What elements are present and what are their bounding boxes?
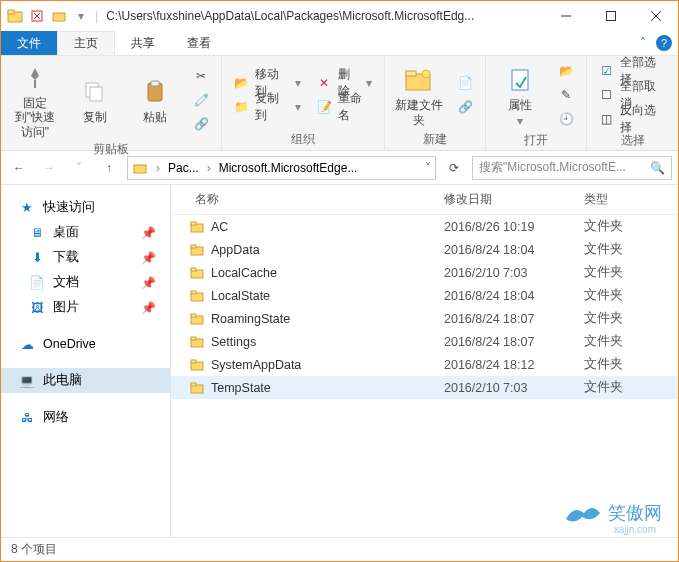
nav-desktop[interactable]: 🖥桌面📌: [1, 220, 170, 245]
search-box[interactable]: 搜索"Microsoft.MicrosoftE... 🔍: [472, 156, 672, 180]
qat-folder-icon[interactable]: [51, 8, 67, 24]
file-date: 2016/2/10 7:03: [444, 266, 584, 280]
maximize-button[interactable]: [588, 1, 633, 31]
newitem-icon: 📄: [457, 75, 473, 91]
properties-button[interactable]: 属性▾: [494, 62, 546, 129]
chevron-right-icon[interactable]: ›: [205, 161, 213, 175]
table-row[interactable]: AppData2016/8/24 18:04文件夹: [171, 238, 678, 261]
file-type: 文件夹: [584, 264, 674, 281]
close-button[interactable]: [633, 1, 678, 31]
search-icon[interactable]: 🔍: [650, 161, 665, 175]
file-list: 名称 修改日期 类型 AC2016/8/26 10:19文件夹AppData20…: [171, 185, 678, 537]
table-row[interactable]: RoamingState2016/8/24 18:07文件夹: [171, 307, 678, 330]
pin-icon: [19, 62, 51, 94]
table-row[interactable]: SystemAppData2016/8/24 18:12文件夹: [171, 353, 678, 376]
file-name: SystemAppData: [211, 358, 444, 372]
forward-button[interactable]: →: [37, 156, 61, 180]
svg-rect-25: [191, 314, 196, 317]
refresh-button[interactable]: ⟳: [442, 156, 466, 180]
file-date: 2016/8/24 18:12: [444, 358, 584, 372]
open-button[interactable]: 📂: [554, 60, 578, 82]
network-icon: 🖧: [19, 410, 35, 426]
svg-rect-23: [191, 291, 196, 294]
breadcrumb[interactable]: › Pac... › Microsoft.MicrosoftEdge... ˅: [127, 156, 436, 180]
folder-icon: [189, 242, 205, 258]
window-title: C:\Users\fuxshine\AppData\Local\Packages…: [98, 9, 543, 23]
nav-quickaccess[interactable]: ★快速访问: [1, 195, 170, 220]
back-button[interactable]: ←: [7, 156, 31, 180]
table-row[interactable]: AC2016/8/26 10:19文件夹: [171, 215, 678, 238]
collapse-ribbon-icon[interactable]: ˄: [640, 36, 646, 50]
copyto-icon: 📁: [234, 99, 249, 115]
chevron-right-icon[interactable]: ›: [154, 161, 162, 175]
nav-onedrive[interactable]: ☁OneDrive: [1, 332, 170, 356]
up-button[interactable]: ↑: [97, 156, 121, 180]
tab-home[interactable]: 主页: [57, 31, 115, 55]
moveto-icon: 📂: [234, 75, 249, 91]
svg-rect-3: [53, 13, 65, 21]
crumb-packages[interactable]: Pac...: [168, 161, 199, 175]
nav-pictures[interactable]: 🖼图片📌: [1, 295, 170, 320]
crumb-edge[interactable]: Microsoft.MicrosoftEdge...: [219, 161, 358, 175]
group-open: 属性▾ 📂 ✎ 🕘 打开: [486, 56, 587, 150]
col-name[interactable]: 名称: [175, 191, 444, 208]
svg-rect-29: [191, 360, 196, 363]
pin-icon: 📌: [141, 251, 156, 265]
shortcut-icon: 🔗: [193, 116, 209, 132]
properties-icon[interactable]: [29, 8, 45, 24]
qat-dropdown-icon[interactable]: ▾: [73, 8, 89, 24]
cut-button[interactable]: ✂: [189, 65, 213, 87]
svg-rect-1: [8, 10, 14, 14]
rename-icon: 📝: [317, 99, 332, 115]
address-dropdown-icon[interactable]: ˅: [425, 161, 431, 175]
tab-share[interactable]: 共享: [115, 31, 171, 55]
folder-icon: [189, 380, 205, 396]
nav-network[interactable]: 🖧网络: [1, 405, 170, 430]
selectall-icon: ☑: [599, 63, 614, 79]
pin-quickaccess-button[interactable]: 固定到"快速访问": [9, 60, 61, 139]
nav-downloads[interactable]: ⬇下载📌: [1, 245, 170, 270]
minimize-button[interactable]: [543, 1, 588, 31]
pc-icon: 💻: [19, 373, 35, 389]
copy-path-button[interactable]: 🧷: [189, 89, 213, 111]
history-button[interactable]: 🕘: [554, 108, 578, 130]
new-item-button[interactable]: 📄: [453, 72, 477, 94]
nav-thispc[interactable]: 💻此电脑: [1, 368, 170, 393]
table-row[interactable]: Settings2016/8/24 18:07文件夹: [171, 330, 678, 353]
invert-icon: ◫: [599, 111, 614, 127]
address-bar: ← → ˅ ↑ › Pac... › Microsoft.MicrosoftEd…: [1, 151, 678, 185]
file-type: 文件夹: [584, 218, 674, 235]
paste-shortcut-button[interactable]: 🔗: [189, 113, 213, 135]
file-name: LocalCache: [211, 266, 444, 280]
folder-icon: [189, 357, 205, 373]
col-type[interactable]: 类型: [584, 191, 674, 208]
file-type: 文件夹: [584, 310, 674, 327]
column-headers[interactable]: 名称 修改日期 类型: [171, 185, 678, 215]
paste-button[interactable]: 粘贴: [129, 74, 181, 124]
file-name: TempState: [211, 381, 444, 395]
delete-icon: ✕: [317, 75, 332, 91]
tab-file[interactable]: 文件: [1, 31, 57, 55]
edit-button[interactable]: ✎: [554, 84, 578, 106]
col-modified[interactable]: 修改日期: [444, 191, 584, 208]
help-icon[interactable]: ?: [656, 35, 672, 51]
cut-icon: ✂: [193, 68, 209, 84]
nav-documents[interactable]: 📄文档📌: [1, 270, 170, 295]
table-row[interactable]: LocalCache2016/2/10 7:03文件夹: [171, 261, 678, 284]
easy-access-button[interactable]: 🔗: [453, 96, 477, 118]
new-folder-button[interactable]: 新建文件夹: [393, 62, 445, 127]
document-icon: 📄: [29, 275, 45, 291]
copy-button[interactable]: 复制: [69, 74, 121, 124]
picture-icon: 🖼: [29, 300, 45, 316]
rename-button[interactable]: 📝重命名: [313, 96, 376, 118]
invert-selection-button[interactable]: ◫反向选择: [595, 108, 670, 130]
recent-button[interactable]: ˅: [67, 156, 91, 180]
table-row[interactable]: LocalState2016/8/24 18:04文件夹: [171, 284, 678, 307]
pin-icon: 📌: [141, 276, 156, 290]
table-row[interactable]: TempState2016/2/10 7:03文件夹: [171, 376, 678, 399]
copy-icon: [79, 76, 111, 108]
cloud-icon: ☁: [19, 336, 35, 352]
copy-to-button[interactable]: 📁复制到▾: [230, 96, 305, 118]
svg-rect-15: [134, 165, 146, 173]
tab-view[interactable]: 查看: [171, 31, 227, 55]
